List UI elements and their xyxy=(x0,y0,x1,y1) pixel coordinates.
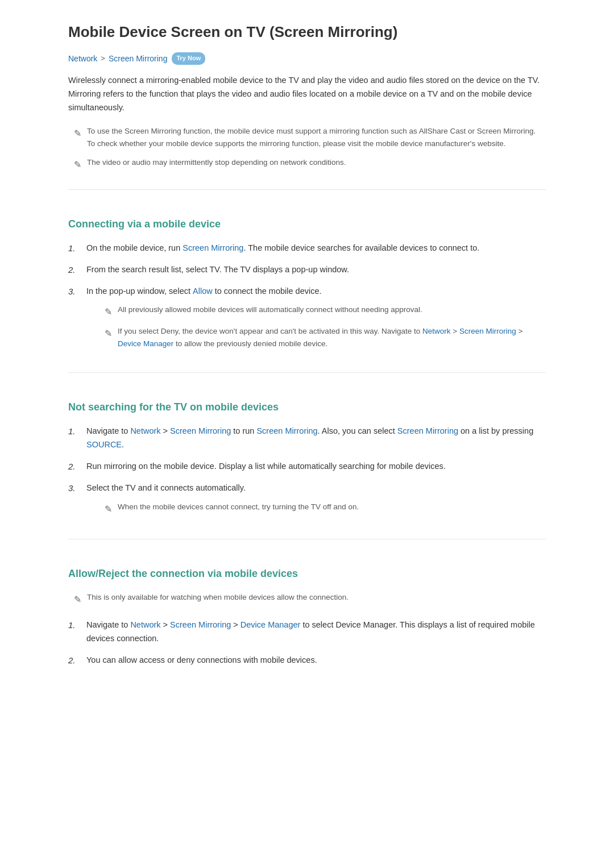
note-text-2: The video or audio may intermittently st… xyxy=(87,156,346,169)
pencil-icon: ✎ xyxy=(105,326,112,341)
section-title: Not searching for the TV on mobile devic… xyxy=(68,393,546,416)
inline-link[interactable]: Network xyxy=(130,426,160,435)
inline-link[interactable]: Network xyxy=(130,620,160,629)
numbered-list: 1.On the mobile device, run Screen Mirro… xyxy=(68,242,546,356)
section-divider xyxy=(68,189,546,190)
sub-note-list: ✎When the mobile devices cannot connect,… xyxy=(105,501,359,517)
numbered-list: 1.Navigate to Network > Screen Mirroring… xyxy=(68,618,546,667)
item-text: On the mobile device, run Screen Mirrori… xyxy=(86,242,479,255)
breadcrumb-network[interactable]: Network xyxy=(68,52,97,65)
item-number: 2. xyxy=(68,460,78,474)
item-number: 1. xyxy=(68,618,78,632)
item-text-block: Navigate to Network > Screen Mirroring >… xyxy=(86,618,546,646)
inline-link[interactable]: Network xyxy=(422,327,451,335)
item-text: Navigate to Network > Screen Mirroring >… xyxy=(86,618,546,646)
item-text: From the search result list, select TV. … xyxy=(86,263,349,277)
section: Not searching for the TV on mobile devic… xyxy=(68,372,546,522)
list-item: 2.From the search result list, select TV… xyxy=(68,263,546,277)
try-now-badge[interactable]: Try Now xyxy=(172,52,205,65)
item-number: 1. xyxy=(68,425,78,438)
item-text-block: From the search result list, select TV. … xyxy=(86,263,349,277)
page-title: Mobile Device Screen on TV (Screen Mirro… xyxy=(68,23,546,42)
item-text-block: Run mirroring on the mobile device. Disp… xyxy=(86,460,446,474)
sub-note-text: If you select Deny, the device won't app… xyxy=(118,325,546,350)
breadcrumb-screen-mirroring[interactable]: Screen Mirroring xyxy=(109,52,167,65)
sections-container: Connecting via a mobile device1.On the m… xyxy=(68,189,546,667)
list-item: 1.On the mobile device, run Screen Mirro… xyxy=(68,242,546,255)
prenote-list: ✎This is only available for watching whe… xyxy=(68,591,546,607)
prenote-text: This is only available for watching when… xyxy=(87,591,349,604)
section: Allow/Reject the connection via mobile d… xyxy=(68,539,546,667)
numbered-list: 1.Navigate to Network > Screen Mirroring… xyxy=(68,425,546,522)
item-text-block: On the mobile device, run Screen Mirrori… xyxy=(86,242,479,255)
inline-link[interactable]: Screen Mirroring xyxy=(182,243,243,252)
sub-note-list: ✎All previously allowed mobile devices w… xyxy=(105,304,546,350)
item-text: Select the TV and it connects automatica… xyxy=(86,481,359,495)
breadcrumb-separator: > xyxy=(101,53,105,65)
list-item: 2.You can allow access or deny connectio… xyxy=(68,654,546,667)
item-number: 3. xyxy=(68,285,78,298)
inline-link[interactable]: Screen Mirroring xyxy=(397,426,458,435)
sub-note-item: ✎When the mobile devices cannot connect,… xyxy=(105,501,359,517)
item-number: 2. xyxy=(68,654,78,667)
item-text-block: Select the TV and it connects automatica… xyxy=(86,481,359,522)
prenote-item: ✎This is only available for watching whe… xyxy=(68,591,546,607)
item-text-block: In the pop-up window, select Allow to co… xyxy=(86,285,546,356)
inline-link[interactable]: Device Manager xyxy=(118,339,173,348)
item-number: 1. xyxy=(68,242,78,255)
item-text: Run mirroring on the mobile device. Disp… xyxy=(86,460,446,474)
section-title: Allow/Reject the connection via mobile d… xyxy=(68,560,546,582)
list-item: 3.Select the TV and it connects automati… xyxy=(68,481,546,522)
list-item: 3.In the pop-up window, select Allow to … xyxy=(68,285,546,356)
section-title: Connecting via a mobile device xyxy=(68,210,546,232)
inline-link[interactable]: SOURCE xyxy=(86,440,122,449)
inline-link[interactable]: Screen Mirroring xyxy=(459,327,516,335)
inline-link[interactable]: Device Manager xyxy=(240,620,301,629)
inline-link[interactable]: Screen Mirroring xyxy=(170,620,231,629)
note-item: ✎ The video or audio may intermittently … xyxy=(68,156,546,172)
sub-note-item: ✎If you select Deny, the device won't ap… xyxy=(105,325,546,350)
sub-note-text: When the mobile devices cannot connect, … xyxy=(118,501,359,513)
item-text-block: You can allow access or deny connections… xyxy=(86,654,317,667)
section: Connecting via a mobile device1.On the m… xyxy=(68,189,546,356)
item-text: You can allow access or deny connections… xyxy=(86,654,317,667)
item-text: Navigate to Network > Screen Mirroring t… xyxy=(86,425,546,452)
list-item: 1.Navigate to Network > Screen Mirroring… xyxy=(68,618,546,646)
pencil-icon: ✎ xyxy=(74,592,81,607)
pencil-icon: ✎ xyxy=(105,502,112,517)
item-text: In the pop-up window, select Allow to co… xyxy=(86,285,546,298)
sub-note-text: All previously allowed mobile devices wi… xyxy=(118,304,422,316)
note-list: ✎ To use the Screen Mirroring function, … xyxy=(68,125,546,172)
inline-link[interactable]: Screen Mirroring xyxy=(256,426,317,435)
section-divider xyxy=(68,539,546,539)
list-item: 1.Navigate to Network > Screen Mirroring… xyxy=(68,425,546,452)
inline-link[interactable]: Screen Mirroring xyxy=(170,426,231,435)
note-item: ✎ To use the Screen Mirroring function, … xyxy=(68,125,546,149)
intro-text: Wirelessly connect a mirroring-enabled m… xyxy=(68,74,546,115)
note-text-1: To use the Screen Mirroring function, th… xyxy=(87,125,546,149)
section-divider xyxy=(68,372,546,373)
pencil-icon: ✎ xyxy=(74,157,81,172)
pencil-icon: ✎ xyxy=(105,305,112,319)
item-number: 3. xyxy=(68,481,78,495)
item-number: 2. xyxy=(68,263,78,277)
breadcrumb: Network > Screen Mirroring Try Now xyxy=(68,52,546,65)
sub-note-item: ✎All previously allowed mobile devices w… xyxy=(105,304,546,319)
page-container: Mobile Device Screen on TV (Screen Mirro… xyxy=(34,0,580,709)
list-item: 2.Run mirroring on the mobile device. Di… xyxy=(68,460,546,474)
pencil-icon: ✎ xyxy=(74,126,81,141)
inline-link[interactable]: Allow xyxy=(193,286,213,296)
item-text-block: Navigate to Network > Screen Mirroring t… xyxy=(86,425,546,452)
